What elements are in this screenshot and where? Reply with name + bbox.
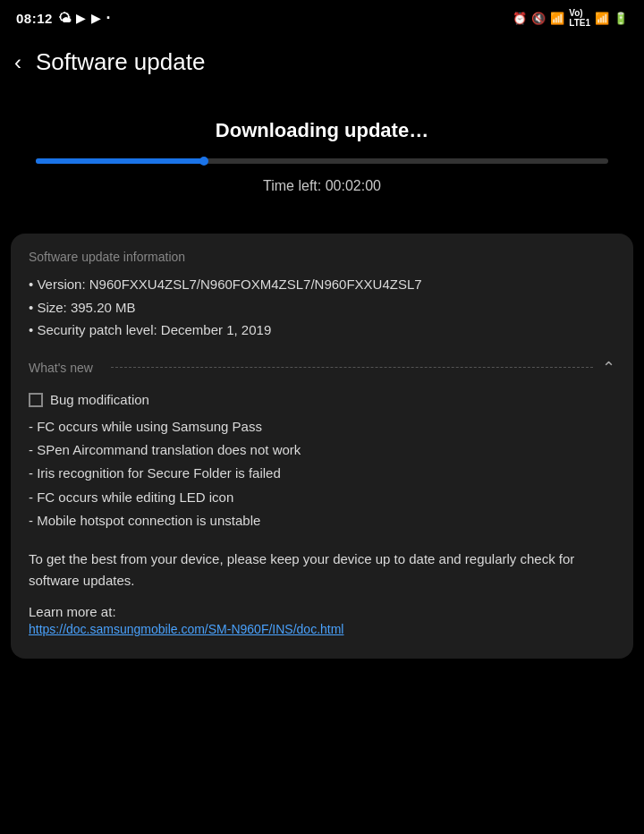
whats-new-divider	[111, 367, 593, 368]
battery-icon: 🔋	[614, 12, 628, 25]
bug-modification-label: Bug modification	[50, 388, 149, 412]
learn-more-link[interactable]: https://doc.samsungmobile.com/SM-N960F/I…	[29, 622, 343, 636]
downloading-status: Downloading update…	[36, 119, 608, 142]
section-header-left: Software update information	[29, 250, 203, 264]
download-section: Downloading update… Time left: 00:02:00	[0, 92, 644, 226]
whats-new-header: What's new ⌃	[29, 358, 615, 378]
youtube-alt-icon: ▶	[91, 12, 101, 25]
whats-new-content: Bug modification - FC occurs while using…	[11, 388, 633, 533]
signal-icon: 📶	[595, 12, 609, 25]
back-button[interactable]: ‹	[14, 52, 21, 73]
whats-new-section: What's new ⌃	[11, 342, 633, 378]
alarm-icon: ⏰	[513, 12, 527, 25]
status-left: 08:12 🌤 ▶ ▶ ·	[16, 10, 111, 26]
chevron-up-icon[interactable]: ⌃	[602, 358, 615, 378]
page-title: Software update	[36, 48, 205, 76]
progress-bar-fill	[36, 158, 208, 164]
time-display: 08:12	[16, 11, 53, 26]
page-header: ‹ Software update	[0, 32, 644, 92]
update-info-header: Software update information	[29, 250, 615, 264]
status-bar: 08:12 🌤 ▶ ▶ · ⏰ 🔇 📶 Vo)LTE1 📶 🔋	[0, 0, 644, 32]
dot-icon: ·	[106, 10, 111, 26]
weather-icon: 🌤	[58, 11, 72, 25]
bullet-item-0: - FC occurs while using Samsung Pass	[29, 415, 615, 438]
learn-more-section: Learn more at: https://doc.samsungmobile…	[11, 591, 633, 637]
version-line: • Version: N960FXXU4ZSL7/N960FOXM4ZSL7/N…	[29, 273, 615, 296]
status-right: ⏰ 🔇 📶 Vo)LTE1 📶 🔋	[513, 8, 628, 28]
progress-bar-container	[36, 158, 608, 164]
time-left: Time left: 00:02:00	[36, 178, 608, 194]
update-info-section: Software update information	[11, 234, 633, 264]
whats-new-header-left: What's new	[29, 361, 593, 375]
update-info-lines: • Version: N960FXXU4ZSL7/N960FOXM4ZSL7/N…	[11, 273, 633, 342]
checkbox-bug-modification: Bug modification	[29, 388, 615, 412]
bullet-item-1: - SPen Aircommand translation does not w…	[29, 438, 615, 462]
promo-text: To get the best from your device, please…	[11, 532, 633, 591]
lte-label: Vo)LTE1	[569, 8, 590, 28]
bug-modification-checkbox[interactable]	[29, 393, 43, 407]
bullet-item-3: - FC occurs while editing LED icon	[29, 486, 615, 509]
mute-icon: 🔇	[531, 12, 546, 25]
size-line: • Size: 395.20 MB	[29, 296, 615, 319]
wifi-icon: 📶	[550, 12, 564, 25]
update-info-title: Software update information	[29, 250, 185, 264]
bullet-item-2: - Iris recognition for Secure Folder is …	[29, 462, 615, 485]
learn-more-label: Learn more at:	[29, 604, 615, 619]
info-card: Software update information • Version: N…	[11, 234, 633, 659]
bullet-item-4: - Mobile hotspot connection is unstable	[29, 509, 615, 532]
whats-new-title: What's new	[29, 361, 93, 375]
youtube-icon: ▶	[76, 12, 86, 25]
security-patch-line: • Security patch level: December 1, 2019	[29, 319, 615, 342]
